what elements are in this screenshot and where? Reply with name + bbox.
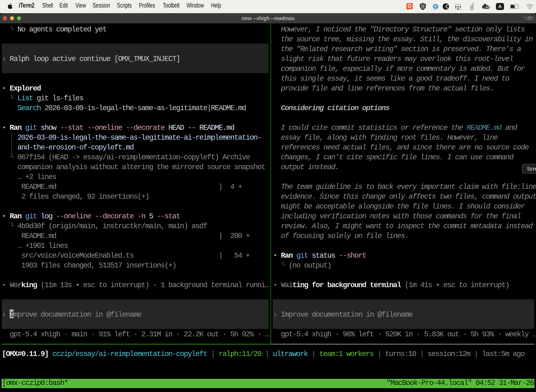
svg-text:1: 1 [532,16,533,20]
